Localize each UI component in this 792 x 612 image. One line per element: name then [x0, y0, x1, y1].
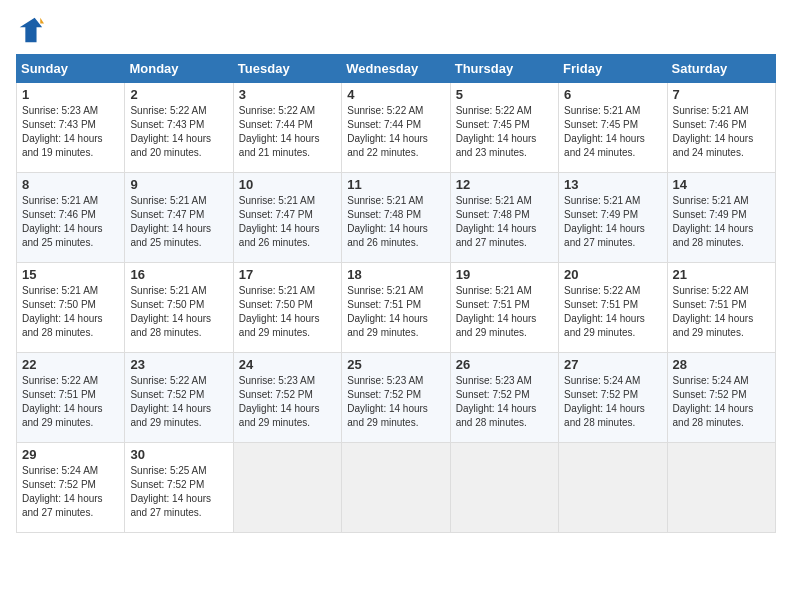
day-number: 17: [239, 267, 336, 282]
calendar-cell: 16 Sunrise: 5:21 AM Sunset: 7:50 PM Dayl…: [125, 263, 233, 353]
calendar-cell: 14 Sunrise: 5:21 AM Sunset: 7:49 PM Dayl…: [667, 173, 775, 263]
day-number: 21: [673, 267, 770, 282]
day-number: 5: [456, 87, 553, 102]
calendar-cell: 25 Sunrise: 5:23 AM Sunset: 7:52 PM Dayl…: [342, 353, 450, 443]
day-number: 10: [239, 177, 336, 192]
calendar-cell: 29 Sunrise: 5:24 AM Sunset: 7:52 PM Dayl…: [17, 443, 125, 533]
calendar-cell: 21 Sunrise: 5:22 AM Sunset: 7:51 PM Dayl…: [667, 263, 775, 353]
day-info: Sunrise: 5:21 AM Sunset: 7:49 PM Dayligh…: [673, 194, 770, 250]
calendar-cell: 18 Sunrise: 5:21 AM Sunset: 7:51 PM Dayl…: [342, 263, 450, 353]
day-info: Sunrise: 5:21 AM Sunset: 7:47 PM Dayligh…: [130, 194, 227, 250]
week-row-3: 15 Sunrise: 5:21 AM Sunset: 7:50 PM Dayl…: [17, 263, 776, 353]
day-number: 23: [130, 357, 227, 372]
calendar-cell: 10 Sunrise: 5:21 AM Sunset: 7:47 PM Dayl…: [233, 173, 341, 263]
calendar-cell: 4 Sunrise: 5:22 AM Sunset: 7:44 PM Dayli…: [342, 83, 450, 173]
day-info: Sunrise: 5:23 AM Sunset: 7:52 PM Dayligh…: [239, 374, 336, 430]
calendar-cell: 28 Sunrise: 5:24 AM Sunset: 7:52 PM Dayl…: [667, 353, 775, 443]
calendar-cell: 15 Sunrise: 5:21 AM Sunset: 7:50 PM Dayl…: [17, 263, 125, 353]
calendar-cell: 6 Sunrise: 5:21 AM Sunset: 7:45 PM Dayli…: [559, 83, 667, 173]
day-number: 9: [130, 177, 227, 192]
calendar-cell: [667, 443, 775, 533]
day-number: 6: [564, 87, 661, 102]
calendar-cell: 1 Sunrise: 5:23 AM Sunset: 7:43 PM Dayli…: [17, 83, 125, 173]
day-info: Sunrise: 5:21 AM Sunset: 7:46 PM Dayligh…: [22, 194, 119, 250]
day-number: 4: [347, 87, 444, 102]
day-number: 25: [347, 357, 444, 372]
day-info: Sunrise: 5:23 AM Sunset: 7:52 PM Dayligh…: [456, 374, 553, 430]
day-number: 30: [130, 447, 227, 462]
calendar-cell: 17 Sunrise: 5:21 AM Sunset: 7:50 PM Dayl…: [233, 263, 341, 353]
svg-marker-0: [20, 18, 42, 42]
day-number: 20: [564, 267, 661, 282]
day-info: Sunrise: 5:22 AM Sunset: 7:45 PM Dayligh…: [456, 104, 553, 160]
logo: [16, 16, 48, 44]
page-header: [16, 16, 776, 44]
column-header-friday: Friday: [559, 55, 667, 83]
column-header-saturday: Saturday: [667, 55, 775, 83]
calendar-cell: 9 Sunrise: 5:21 AM Sunset: 7:47 PM Dayli…: [125, 173, 233, 263]
calendar-cell: 27 Sunrise: 5:24 AM Sunset: 7:52 PM Dayl…: [559, 353, 667, 443]
column-header-wednesday: Wednesday: [342, 55, 450, 83]
calendar-cell: 8 Sunrise: 5:21 AM Sunset: 7:46 PM Dayli…: [17, 173, 125, 263]
day-number: 22: [22, 357, 119, 372]
day-info: Sunrise: 5:24 AM Sunset: 7:52 PM Dayligh…: [673, 374, 770, 430]
calendar-cell: 20 Sunrise: 5:22 AM Sunset: 7:51 PM Dayl…: [559, 263, 667, 353]
day-number: 18: [347, 267, 444, 282]
day-info: Sunrise: 5:22 AM Sunset: 7:44 PM Dayligh…: [347, 104, 444, 160]
calendar-cell: 13 Sunrise: 5:21 AM Sunset: 7:49 PM Dayl…: [559, 173, 667, 263]
day-info: Sunrise: 5:21 AM Sunset: 7:50 PM Dayligh…: [130, 284, 227, 340]
day-info: Sunrise: 5:25 AM Sunset: 7:52 PM Dayligh…: [130, 464, 227, 520]
day-info: Sunrise: 5:23 AM Sunset: 7:43 PM Dayligh…: [22, 104, 119, 160]
day-info: Sunrise: 5:21 AM Sunset: 7:48 PM Dayligh…: [347, 194, 444, 250]
day-info: Sunrise: 5:24 AM Sunset: 7:52 PM Dayligh…: [22, 464, 119, 520]
day-number: 1: [22, 87, 119, 102]
day-info: Sunrise: 5:22 AM Sunset: 7:51 PM Dayligh…: [564, 284, 661, 340]
calendar-cell: 19 Sunrise: 5:21 AM Sunset: 7:51 PM Dayl…: [450, 263, 558, 353]
day-number: 16: [130, 267, 227, 282]
calendar-cell: 26 Sunrise: 5:23 AM Sunset: 7:52 PM Dayl…: [450, 353, 558, 443]
day-info: Sunrise: 5:22 AM Sunset: 7:44 PM Dayligh…: [239, 104, 336, 160]
day-info: Sunrise: 5:21 AM Sunset: 7:45 PM Dayligh…: [564, 104, 661, 160]
day-info: Sunrise: 5:21 AM Sunset: 7:49 PM Dayligh…: [564, 194, 661, 250]
logo-icon: [16, 16, 44, 44]
day-number: 2: [130, 87, 227, 102]
day-number: 12: [456, 177, 553, 192]
day-info: Sunrise: 5:21 AM Sunset: 7:50 PM Dayligh…: [239, 284, 336, 340]
day-info: Sunrise: 5:21 AM Sunset: 7:51 PM Dayligh…: [456, 284, 553, 340]
calendar-cell: [233, 443, 341, 533]
calendar-cell: 5 Sunrise: 5:22 AM Sunset: 7:45 PM Dayli…: [450, 83, 558, 173]
calendar-header-row: SundayMondayTuesdayWednesdayThursdayFrid…: [17, 55, 776, 83]
calendar-table: SundayMondayTuesdayWednesdayThursdayFrid…: [16, 54, 776, 533]
day-info: Sunrise: 5:21 AM Sunset: 7:51 PM Dayligh…: [347, 284, 444, 340]
day-number: 11: [347, 177, 444, 192]
calendar-cell: 11 Sunrise: 5:21 AM Sunset: 7:48 PM Dayl…: [342, 173, 450, 263]
day-number: 26: [456, 357, 553, 372]
day-info: Sunrise: 5:21 AM Sunset: 7:48 PM Dayligh…: [456, 194, 553, 250]
day-info: Sunrise: 5:24 AM Sunset: 7:52 PM Dayligh…: [564, 374, 661, 430]
day-number: 14: [673, 177, 770, 192]
calendar-cell: 30 Sunrise: 5:25 AM Sunset: 7:52 PM Dayl…: [125, 443, 233, 533]
day-info: Sunrise: 5:21 AM Sunset: 7:47 PM Dayligh…: [239, 194, 336, 250]
day-info: Sunrise: 5:22 AM Sunset: 7:51 PM Dayligh…: [673, 284, 770, 340]
calendar-cell: 22 Sunrise: 5:22 AM Sunset: 7:51 PM Dayl…: [17, 353, 125, 443]
column-header-thursday: Thursday: [450, 55, 558, 83]
day-info: Sunrise: 5:22 AM Sunset: 7:52 PM Dayligh…: [130, 374, 227, 430]
day-number: 19: [456, 267, 553, 282]
day-number: 28: [673, 357, 770, 372]
calendar-cell: 23 Sunrise: 5:22 AM Sunset: 7:52 PM Dayl…: [125, 353, 233, 443]
day-number: 27: [564, 357, 661, 372]
column-header-tuesday: Tuesday: [233, 55, 341, 83]
week-row-2: 8 Sunrise: 5:21 AM Sunset: 7:46 PM Dayli…: [17, 173, 776, 263]
svg-marker-1: [40, 18, 44, 24]
calendar-cell: 7 Sunrise: 5:21 AM Sunset: 7:46 PM Dayli…: [667, 83, 775, 173]
calendar-cell: [559, 443, 667, 533]
day-number: 13: [564, 177, 661, 192]
column-header-sunday: Sunday: [17, 55, 125, 83]
week-row-4: 22 Sunrise: 5:22 AM Sunset: 7:51 PM Dayl…: [17, 353, 776, 443]
day-info: Sunrise: 5:21 AM Sunset: 7:50 PM Dayligh…: [22, 284, 119, 340]
day-info: Sunrise: 5:22 AM Sunset: 7:51 PM Dayligh…: [22, 374, 119, 430]
column-header-monday: Monday: [125, 55, 233, 83]
day-number: 8: [22, 177, 119, 192]
day-number: 24: [239, 357, 336, 372]
week-row-1: 1 Sunrise: 5:23 AM Sunset: 7:43 PM Dayli…: [17, 83, 776, 173]
